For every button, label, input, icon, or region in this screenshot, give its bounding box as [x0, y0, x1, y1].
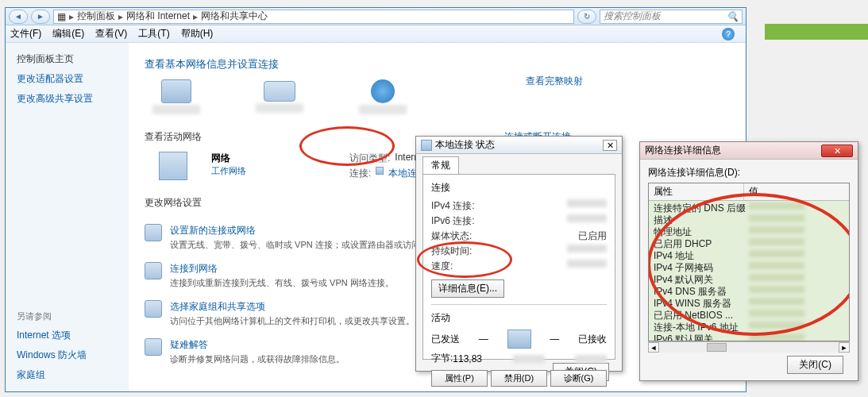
- menu-edit[interactable]: 编辑(E): [52, 27, 84, 40]
- property-name: IPv6 默认网关: [654, 333, 749, 341]
- help-icon[interactable]: ?: [722, 28, 735, 40]
- breadcrumb-item[interactable]: 网络和共享中心: [201, 10, 268, 23]
- property-value: [749, 226, 804, 233]
- property-name: IPv4 地址: [654, 250, 749, 262]
- setting-title[interactable]: 疑难解答: [170, 338, 345, 352]
- property-name: IPv4 子网掩码: [654, 262, 749, 274]
- property-row[interactable]: 已启用 NetBIOS ...: [649, 310, 849, 322]
- property-name: 已启用 DHCP: [654, 238, 749, 250]
- activity-icon: [507, 330, 531, 349]
- close-button[interactable]: 关闭(C): [787, 356, 843, 374]
- close-button[interactable]: ✕: [603, 140, 617, 151]
- pc-icon: [161, 79, 191, 103]
- properties-button[interactable]: 属性(P): [431, 370, 488, 387]
- property-row[interactable]: IPv4 地址: [649, 250, 849, 262]
- search-icon: 🔍: [727, 11, 739, 22]
- page-title: 查看基本网络信息并设置连接: [145, 57, 730, 71]
- menu-file[interactable]: 文件(F): [10, 27, 41, 40]
- network-type-link[interactable]: 工作网络: [211, 165, 246, 177]
- setting-icon: [145, 300, 162, 318]
- scroll-left-button[interactable]: ◄: [648, 342, 659, 353]
- property-row[interactable]: 连接特定的 DNS 后缀: [649, 202, 849, 214]
- column-value[interactable]: 值: [744, 183, 849, 200]
- see-also-label: 另请参阅: [17, 310, 118, 322]
- property-value: [749, 250, 804, 257]
- menu-view[interactable]: 查看(V): [95, 27, 127, 40]
- close-button[interactable]: ✕: [821, 145, 853, 157]
- sidebar-windows-firewall[interactable]: Windows 防火墙: [17, 349, 118, 362]
- property-row[interactable]: 物理地址: [649, 226, 849, 238]
- dialog-titlebar[interactable]: 本地连接 状态 ✕: [416, 137, 622, 154]
- properties-listview[interactable]: 属性 值 连接特定的 DNS 后缀描述物理地址已启用 DHCPIPv4 地址IP…: [648, 183, 850, 341]
- network-sharing-center-window: ◄ ► ▦ ▸ 控制面板 ▸ 网络和 Internet ▸ 网络和共享中心 ↻ …: [5, 7, 746, 392]
- sent-label: 已发送: [431, 333, 460, 346]
- property-name: 物理地址: [654, 226, 749, 238]
- diagnose-button[interactable]: 诊断(G): [550, 370, 607, 387]
- connection-group-label: 连接: [431, 181, 607, 195]
- property-row[interactable]: IPv4 默认网关: [649, 274, 849, 286]
- sidebar-home[interactable]: 控制面板主页: [17, 52, 118, 66]
- property-value: [749, 298, 804, 305]
- breadcrumb-root-icon: ▦: [57, 11, 66, 22]
- setting-icon: [145, 224, 162, 241]
- tab-general[interactable]: 常规: [422, 156, 459, 175]
- property-name: 连接-本地 IPv6 地址: [654, 322, 749, 333]
- property-row[interactable]: 已启用 DHCP: [649, 238, 849, 250]
- property-value: [749, 238, 804, 245]
- adapter-icon: [376, 167, 384, 175]
- property-value: [749, 214, 804, 222]
- back-button[interactable]: ◄: [9, 10, 28, 24]
- titlebar: ◄ ► ▦ ▸ 控制面板 ▸ 网络和 Internet ▸ 网络和共享中心 ↻ …: [6, 8, 746, 25]
- forward-button[interactable]: ►: [31, 10, 50, 24]
- connection-details-dialog: 网络连接详细信息 ✕ 网络连接详细信息(D): 属性 值 连接特定的 DNS 后…: [639, 141, 858, 381]
- setting-title[interactable]: 选择家庭组和共享选项: [170, 300, 415, 314]
- property-row[interactable]: 连接-本地 IPv6 地址: [649, 322, 849, 333]
- property-row[interactable]: IPv4 DNS 服务器: [649, 286, 849, 298]
- sidebar-internet-options[interactable]: Internet 选项: [17, 329, 118, 342]
- sidebar-homegroup[interactable]: 家庭组: [17, 368, 118, 382]
- active-networks-label: 查看活动网络: [145, 130, 202, 144]
- property-row[interactable]: IPv6 默认网关: [649, 333, 849, 341]
- property-row[interactable]: 描述: [649, 214, 849, 226]
- menu-help[interactable]: 帮助(H): [181, 27, 214, 40]
- view-full-map-link[interactable]: 查看完整映射: [526, 75, 583, 88]
- setting-description: 访问位于其他网络计算机上的文件和打印机，或更改共享设置。: [170, 315, 415, 327]
- network-name: 网络: [211, 152, 246, 165]
- breadcrumb-item[interactable]: 网络和 Internet: [126, 10, 190, 23]
- search-input[interactable]: 搜索控制面板 🔍: [600, 10, 743, 24]
- property-name: 连接特定的 DNS 后缀: [654, 202, 749, 214]
- setting-title[interactable]: 设置新的连接或网络: [170, 224, 438, 237]
- received-label: 已接收: [578, 333, 607, 346]
- disable-button[interactable]: 禁用(D): [491, 370, 547, 387]
- property-value: [749, 322, 804, 329]
- sidebar-adapter-settings[interactable]: 更改适配器设置: [17, 72, 118, 86]
- property-name: IPv4 DNS 服务器: [654, 286, 749, 298]
- globe-icon: [371, 79, 395, 103]
- property-value: [749, 262, 804, 269]
- property-name: 描述: [654, 214, 749, 226]
- media-state-value: 已启用: [578, 229, 607, 243]
- breadcrumb-item[interactable]: 控制面板: [77, 10, 115, 23]
- setting-icon: [145, 262, 162, 279]
- setting-title[interactable]: 连接到网络: [170, 262, 394, 276]
- adapter-icon: [421, 140, 432, 151]
- column-property[interactable]: 属性: [649, 183, 744, 200]
- setting-icon: [145, 338, 162, 356]
- property-value: [749, 310, 804, 317]
- breadcrumb[interactable]: ▦ ▸ 控制面板 ▸ 网络和 Internet ▸ 网络和共享中心: [53, 10, 574, 24]
- setting-description: 连接到或重新连接到无线、有线、拨号或 VPN 网络连接。: [170, 277, 394, 289]
- dialog-titlebar[interactable]: 网络连接详细信息 ✕: [640, 142, 858, 160]
- scroll-thumb[interactable]: [707, 343, 727, 352]
- refresh-button[interactable]: ↻: [577, 10, 596, 24]
- sidebar-advanced-sharing[interactable]: 更改高级共享设置: [17, 92, 118, 106]
- network-icon: [159, 152, 187, 180]
- property-row[interactable]: IPv4 WINS 服务器: [649, 298, 849, 310]
- property-row[interactable]: IPv4 子网掩码: [649, 262, 849, 274]
- horizontal-scrollbar[interactable]: ◄ ►: [648, 341, 850, 353]
- details-button[interactable]: 详细信息(E)...: [431, 279, 504, 298]
- menu-tools[interactable]: 工具(T): [138, 27, 169, 40]
- hub-icon: [264, 81, 295, 102]
- property-value: [749, 274, 804, 281]
- scroll-right-button[interactable]: ►: [839, 342, 850, 353]
- property-name: 已启用 NetBIOS ...: [654, 310, 749, 322]
